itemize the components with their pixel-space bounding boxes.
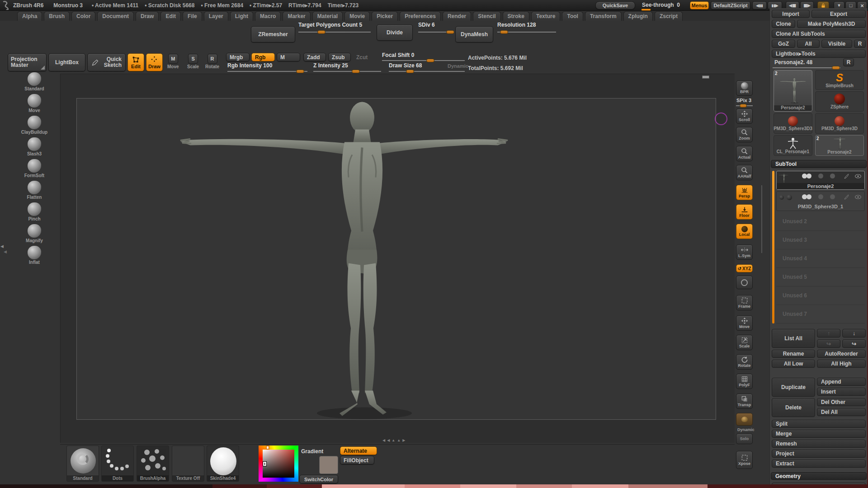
brush-item[interactable]: Move xyxy=(28,94,41,113)
subtool-unused-row[interactable]: Unused 4 xyxy=(776,249,865,268)
canvas-nav-handles[interactable]: ◀◀▲▲▶ xyxy=(382,438,407,442)
brush-item[interactable]: Slash3 xyxy=(27,137,42,156)
lightbox-tray-edge[interactable] xyxy=(0,484,868,488)
menu-tab[interactable]: Picker xyxy=(372,11,398,21)
edit-mode-button[interactable]: Edit xyxy=(127,53,144,71)
current-material-thumb[interactable]: SkinShade4 xyxy=(207,446,239,482)
menu-tab[interactable]: Render xyxy=(443,11,471,21)
subtool-eye-icon[interactable] xyxy=(854,174,862,178)
menu-tab[interactable]: Preferences xyxy=(400,11,441,21)
subtool-item[interactable]: PM3D_Sphere3D_1 xyxy=(776,191,865,211)
del-other-button[interactable]: Del Other xyxy=(817,398,866,406)
active-tool-r-button[interactable]: R xyxy=(843,58,854,66)
geometry-header[interactable]: Geometry xyxy=(771,472,867,480)
menu-tab[interactable]: Document xyxy=(97,11,134,21)
menu-tab[interactable]: Marker xyxy=(283,11,310,21)
duplicate-button[interactable]: Duplicate xyxy=(772,378,815,397)
draw-mode-button[interactable]: Draw xyxy=(146,53,163,71)
project-button[interactable]: Project xyxy=(772,450,866,458)
nav-right-icon[interactable]: ▶ xyxy=(402,438,407,442)
mrgb-button[interactable]: Mrgb xyxy=(226,53,250,61)
split-button[interactable]: Split xyxy=(772,420,866,428)
menu-tab[interactable]: Light xyxy=(230,11,253,21)
persp-toggle[interactable]: Persp xyxy=(736,185,753,200)
tool-thumb-cl-personaje1[interactable]: CL_Personaje1 xyxy=(774,135,812,156)
zadd-button[interactable]: Zadd xyxy=(303,53,326,61)
brush-item[interactable]: ClayBuildup xyxy=(21,116,47,135)
menu-tab[interactable]: Alpha xyxy=(17,11,42,21)
z-intensity-slider[interactable] xyxy=(313,71,381,72)
brush-item[interactable]: FormSoft xyxy=(24,159,44,178)
export-button[interactable]: Export xyxy=(811,10,866,18)
subtool-shift-up-button[interactable]: ↪ xyxy=(817,339,840,348)
menu-tab[interactable]: Movie xyxy=(344,11,370,21)
subtool-up-button[interactable]: ↑ xyxy=(817,329,840,338)
switch-color-button[interactable]: SwitchColor xyxy=(299,475,338,483)
brush-item[interactable]: Magnify xyxy=(26,224,43,243)
zsub-button[interactable]: Zsub xyxy=(328,53,351,61)
menu-tab[interactable]: File xyxy=(183,11,202,21)
left-edge-divider-arrow2-icon[interactable]: ◀ xyxy=(4,249,7,254)
lightbox-button[interactable]: LightBox xyxy=(48,53,85,71)
dynamesh-button[interactable]: DynaMesh xyxy=(455,26,493,42)
current-stroke-thumb[interactable]: Dots xyxy=(101,446,134,482)
document-canvas[interactable]: ◀◀▲▲▶ xyxy=(60,74,735,443)
menu-tab[interactable]: Texture xyxy=(531,11,560,21)
del-all-button[interactable]: Del All xyxy=(817,408,866,416)
alternate-button[interactable]: Alternate xyxy=(340,446,377,455)
transp-toggle[interactable]: Transp xyxy=(736,394,753,409)
nav-left2-icon[interactable]: ◀ xyxy=(387,438,392,442)
rename-button[interactable]: Rename xyxy=(772,350,815,358)
extract-button[interactable]: Extract xyxy=(772,460,866,468)
move-mode-button[interactable]: M Move xyxy=(167,54,179,69)
projection-master-button[interactable]: Projection Master xyxy=(8,53,47,71)
resolution-slider[interactable] xyxy=(497,32,556,33)
lightbox-tools-button[interactable]: Lightbox▸Tools xyxy=(772,50,866,58)
uv-toggle-icon[interactable] xyxy=(818,174,823,178)
menu-tab[interactable]: Brush xyxy=(44,11,70,21)
goz-r-button[interactable]: R xyxy=(854,40,866,48)
merge-button[interactable]: Merge xyxy=(772,430,866,438)
brush-item[interactable]: Pinch xyxy=(28,202,41,221)
active-tool-slider[interactable] xyxy=(773,67,840,68)
menu-tab[interactable]: Material xyxy=(312,11,343,21)
subtool-paint-icon[interactable] xyxy=(844,173,850,179)
aahalf-button[interactable]: AAHalf xyxy=(736,165,753,180)
rgb-intensity-slider[interactable] xyxy=(227,71,307,72)
focal-shift-slider[interactable] xyxy=(382,60,465,61)
rgb-button[interactable]: Rgb xyxy=(251,53,275,61)
delete-button[interactable]: Delete xyxy=(772,398,815,417)
target-polygons-slider[interactable] xyxy=(298,32,371,33)
menu-tab[interactable]: Zscript xyxy=(655,11,683,21)
solo-toggle[interactable]: Solo xyxy=(736,433,753,444)
scale-3d-button[interactable]: Scale xyxy=(736,335,753,350)
lsym-toggle[interactable]: L.Sym xyxy=(736,244,753,260)
polypaint-toggle2-icon[interactable] xyxy=(807,174,811,178)
brush-item[interactable]: Standard xyxy=(24,72,44,91)
quick-sketch-button[interactable]: Quick Sketch xyxy=(87,53,126,71)
import-button[interactable]: Import xyxy=(772,10,810,18)
canvas-size-handle[interactable] xyxy=(702,75,709,79)
left-edge-divider-arrow-icon[interactable]: ◀ xyxy=(0,244,4,249)
menu-tab[interactable]: Tool xyxy=(562,11,583,21)
autoreorder-button[interactable]: AutoReorder xyxy=(817,350,866,358)
menu-tab[interactable]: Zplugin xyxy=(623,11,653,21)
bpr-button[interactable]: BPR xyxy=(736,80,753,96)
menus-toggle-button[interactable]: Menus xyxy=(690,1,709,9)
tool-thumb-pm3d-sphere3d3[interactable]: PM3D_Sphere3D3 xyxy=(774,113,812,134)
current-alpha-thumb[interactable]: BrushAlpha xyxy=(137,446,169,482)
current-color-swatch[interactable] xyxy=(319,456,338,474)
rotate-mode-button[interactable]: R Rotate xyxy=(205,54,219,69)
tool-thumb-active[interactable]: 2 Personaje2 xyxy=(774,70,812,112)
color-picker-square[interactable] xyxy=(263,450,294,478)
menu-tab[interactable]: Transform xyxy=(585,11,622,21)
goz-visible-button[interactable]: Visible xyxy=(821,40,852,48)
menu-tab[interactable]: Stencil xyxy=(473,11,500,21)
hue-selector-icon[interactable] xyxy=(266,446,269,450)
subtool-header[interactable]: SubTool xyxy=(771,160,867,168)
goz-all-button[interactable]: All xyxy=(797,40,820,48)
floor-toggle[interactable]: Floor xyxy=(736,204,753,220)
actual-button[interactable]: Actual xyxy=(736,146,753,161)
gradient-toggle[interactable]: Gradient xyxy=(301,448,323,455)
color-picker[interactable] xyxy=(259,446,298,482)
